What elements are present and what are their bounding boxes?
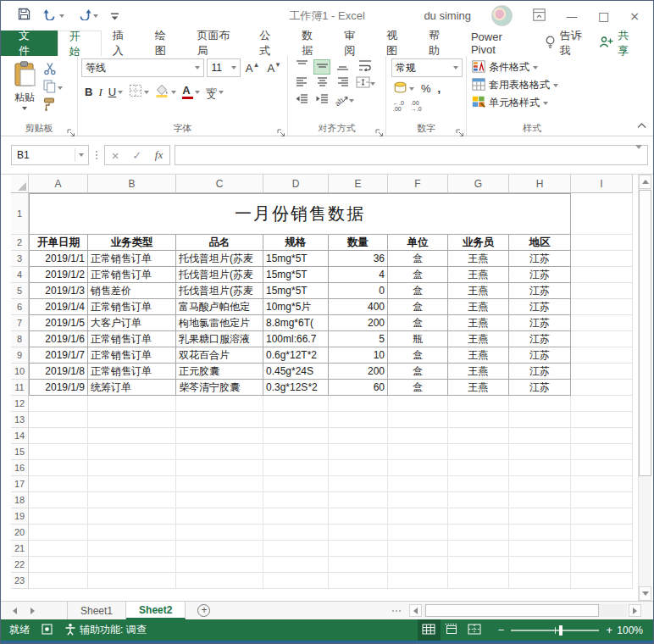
- table-header-cell[interactable]: 开单日期: [29, 235, 88, 251]
- data-cell[interactable]: 盒: [388, 267, 448, 283]
- row-header-6[interactable]: 6: [11, 299, 29, 315]
- vertical-scrollbar[interactable]: [638, 175, 651, 601]
- enter-button[interactable]: ✓: [132, 149, 141, 162]
- tell-me-button[interactable]: 告诉我: [536, 31, 599, 56]
- row-header-22[interactable]: 22: [11, 557, 29, 573]
- row-header-3[interactable]: 3: [11, 251, 29, 267]
- shrink-font-button[interactable]: A▼: [264, 62, 284, 75]
- column-header-D[interactable]: D: [263, 175, 329, 193]
- empty-cell[interactable]: [571, 315, 633, 331]
- empty-cell[interactable]: [176, 428, 263, 444]
- formula-input[interactable]: [175, 145, 648, 165]
- data-cell[interactable]: 盒: [388, 347, 448, 364]
- row-header-1[interactable]: 1: [11, 193, 29, 235]
- empty-cell[interactable]: [388, 492, 448, 508]
- empty-cell[interactable]: [29, 508, 88, 525]
- underline-button[interactable]: U: [108, 86, 123, 98]
- row-header-20[interactable]: 20: [11, 525, 29, 541]
- share-button[interactable]: 共享: [599, 31, 653, 56]
- empty-cell[interactable]: [571, 364, 633, 380]
- data-cell[interactable]: 托伐普坦片(苏麦: [176, 283, 263, 299]
- fill-color-button[interactable]: [155, 84, 176, 100]
- empty-cell[interactable]: [448, 444, 509, 460]
- data-cell[interactable]: 60: [329, 380, 388, 396]
- insert-function-button[interactable]: fx: [155, 148, 163, 162]
- data-cell[interactable]: 王燕: [448, 315, 509, 331]
- tab-帮助[interactable]: 帮助: [418, 31, 460, 56]
- table-header-cell[interactable]: 品名: [176, 235, 263, 251]
- data-cell[interactable]: 200: [329, 315, 388, 331]
- data-cell[interactable]: 王燕: [448, 283, 509, 299]
- table-header-cell[interactable]: 业务类型: [88, 235, 176, 251]
- empty-cell[interactable]: [509, 492, 571, 508]
- zoom-slider-thumb[interactable]: [559, 625, 563, 636]
- data-cell[interactable]: 正常销售订单: [88, 347, 176, 364]
- empty-cell[interactable]: [448, 428, 509, 444]
- data-cell[interactable]: 乳果糖口服溶液: [176, 331, 263, 347]
- empty-cell[interactable]: [388, 557, 448, 573]
- data-cell[interactable]: 大客户订单: [88, 315, 176, 331]
- grow-font-button[interactable]: A▲: [243, 62, 263, 75]
- empty-cell[interactable]: [448, 541, 509, 557]
- tab-数据[interactable]: 数据: [291, 31, 333, 56]
- empty-cell[interactable]: [29, 557, 88, 573]
- empty-cell[interactable]: [263, 492, 329, 508]
- empty-cell[interactable]: [263, 412, 329, 428]
- empty-cell[interactable]: [176, 444, 263, 460]
- macro-record-icon[interactable]: [42, 624, 53, 637]
- empty-cell[interactable]: [509, 460, 571, 476]
- empty-cell[interactable]: [571, 444, 633, 460]
- empty-cell[interactable]: [263, 396, 329, 412]
- data-cell[interactable]: 2019/1/8: [29, 364, 88, 380]
- table-header-cell[interactable]: 规格: [263, 235, 329, 251]
- data-cell[interactable]: 0.6g*12T*2: [263, 347, 329, 364]
- data-cell[interactable]: 2019/1/3: [29, 283, 88, 299]
- data-cell[interactable]: 2019/1/2: [29, 267, 88, 283]
- empty-cell[interactable]: [509, 525, 571, 541]
- data-cell[interactable]: 江苏: [509, 347, 571, 364]
- empty-cell[interactable]: [29, 460, 88, 476]
- empty-cell[interactable]: [263, 460, 329, 476]
- empty-cell[interactable]: [388, 476, 448, 492]
- tab-绘图[interactable]: 绘图: [144, 31, 186, 56]
- cut-button[interactable]: [43, 63, 63, 77]
- data-cell[interactable]: 托伐普坦片(苏麦: [176, 267, 263, 283]
- data-cell[interactable]: 200: [329, 364, 388, 380]
- collapse-ribbon-button[interactable]: [637, 117, 646, 132]
- italic-button[interactable]: I: [98, 86, 102, 99]
- number-format-combobox[interactable]: 常规: [391, 58, 463, 77]
- empty-cell[interactable]: [29, 573, 88, 589]
- row-header-5[interactable]: 5: [11, 283, 29, 299]
- empty-cell[interactable]: [571, 525, 633, 541]
- data-cell[interactable]: 统筹订单: [88, 380, 176, 396]
- data-cell[interactable]: 江苏: [509, 283, 571, 299]
- expand-formula-bar-icon[interactable]: [635, 149, 642, 161]
- empty-cell[interactable]: [388, 573, 448, 589]
- font-size-combobox[interactable]: 11: [207, 58, 240, 77]
- accounting-format-button[interactable]: [393, 81, 414, 96]
- empty-cell[interactable]: [571, 428, 633, 444]
- normal-view-button[interactable]: [418, 619, 441, 641]
- empty-cell[interactable]: [571, 267, 633, 283]
- percent-style-button[interactable]: %: [421, 82, 431, 95]
- row-header-17[interactable]: 17: [11, 476, 29, 492]
- tab-审阅[interactable]: 审阅: [333, 31, 375, 56]
- new-sheet-button[interactable]: +: [197, 604, 210, 617]
- column-header-H[interactable]: H: [509, 175, 571, 193]
- empty-cell[interactable]: [329, 492, 388, 508]
- save-button[interactable]: [18, 8, 30, 24]
- row-header-7[interactable]: 7: [11, 315, 29, 331]
- empty-cell[interactable]: [88, 460, 176, 476]
- previous-sheet-button[interactable]: [13, 608, 17, 614]
- empty-cell[interactable]: [176, 508, 263, 525]
- data-cell[interactable]: 10mg*5片: [263, 299, 329, 315]
- row-header-13[interactable]: 13: [11, 412, 29, 428]
- empty-cell[interactable]: [88, 476, 176, 492]
- table-header-cell[interactable]: 数量: [329, 235, 388, 251]
- data-cell[interactable]: 王燕: [448, 380, 509, 396]
- data-cell[interactable]: 托伐普坦片(苏麦: [176, 251, 263, 267]
- page-layout-view-button[interactable]: [441, 619, 463, 641]
- table-header-cell[interactable]: 单位: [388, 235, 448, 251]
- empty-cell[interactable]: [263, 557, 329, 573]
- empty-cell[interactable]: [509, 428, 571, 444]
